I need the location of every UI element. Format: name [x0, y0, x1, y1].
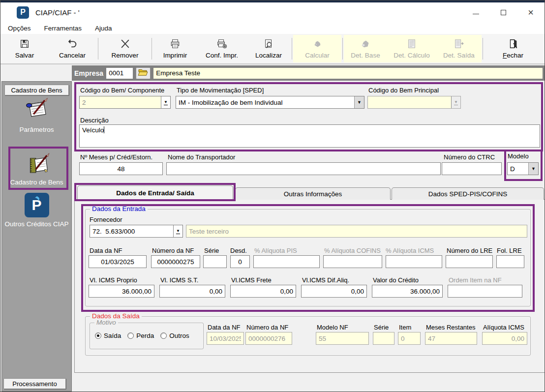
tab-dados-sped-pis-cofins[interactable]: Dados SPED-PIS/COFINS	[392, 187, 544, 200]
sidebar-item-parametros[interactable]	[2, 95, 71, 124]
close-window-button[interactable]: Fechar	[484, 35, 542, 62]
calculate-button: Calcular	[293, 35, 341, 62]
saida-numero-nf-field	[245, 332, 292, 345]
folder-open-icon	[138, 68, 149, 79]
menu-opcoes[interactable]: Opções	[8, 25, 31, 32]
tipo-movimentacao-combo[interactable]: ▼	[176, 96, 364, 109]
toolbar-separator	[292, 38, 292, 60]
chevron-down-icon[interactable]: ▼	[528, 163, 538, 175]
ctrc-input[interactable]	[442, 162, 502, 175]
menubar: Opções Ferramentas Ajuda	[0, 22, 545, 34]
sidebar-label-outros-creditos-ciap[interactable]: Outros Créditos CIAP	[2, 220, 71, 228]
undo-icon	[67, 38, 78, 51]
radio-outros[interactable]: Outros	[160, 332, 189, 339]
ordem-item-nf-input[interactable]	[448, 285, 522, 298]
maximize-button[interactable]	[489, 2, 517, 22]
codigo-bem-input[interactable]	[80, 96, 161, 108]
detail-calculo-icon	[406, 38, 417, 51]
motivo-options: Saída Perda Outros	[95, 332, 189, 339]
company-code-input[interactable]	[106, 67, 133, 79]
locate-button[interactable]: Localizar	[246, 35, 291, 62]
save-button[interactable]: Salvar	[1, 35, 48, 62]
modelo-input[interactable]	[508, 163, 528, 175]
sidebar-header-cadastro-de-bens[interactable]: Cadastro de Bens	[4, 85, 69, 95]
print-button[interactable]: Imprimir	[153, 35, 197, 62]
modelo-combo[interactable]: ▼	[507, 162, 539, 175]
print-config-button[interactable]: Conf. Impr.	[197, 35, 246, 62]
dados-entrada-groupbox: Dados da Entrada Fornecedor ▼ Data da NF…	[85, 209, 531, 306]
toolbar-separator	[342, 38, 343, 60]
saida-item-label: Item	[399, 324, 411, 331]
dados-saida-groupbox: Dados da Saída Motivo Saída Perda Outros…	[85, 316, 531, 356]
notepad-pen-icon	[24, 95, 50, 124]
chevron-down-icon[interactable]: ▼	[354, 96, 364, 108]
valor-credito-label: Valor do Crédito	[373, 276, 419, 284]
toolbar-separator	[151, 38, 152, 60]
valor-credito-input[interactable]	[372, 285, 443, 298]
fornecedor-code-input[interactable]	[90, 225, 173, 237]
fornecedor-label: Fornecedor	[90, 216, 122, 223]
sidebar-item-cadastro-de-bens[interactable]	[2, 151, 71, 179]
modelo-label: Modelo	[508, 152, 529, 160]
descricao-textarea[interactable]: Veículo	[79, 124, 540, 148]
detail-base-icon	[360, 38, 371, 51]
ciap-p-logo-icon: P	[25, 193, 49, 217]
transportador-label: Nome do Transportador	[168, 153, 235, 161]
fornecedor-combo[interactable]: ▼	[90, 225, 183, 238]
ctrc-label: Número do CTRC	[444, 153, 495, 161]
saida-aliquota-icms-field	[482, 332, 527, 345]
radio-perda[interactable]: Perda	[127, 332, 154, 339]
det-saida-button: Det. Saída	[436, 35, 482, 62]
icms-frete-input[interactable]	[230, 285, 296, 298]
aliquota-cofins-input[interactable]	[323, 255, 382, 268]
numero-lre-input[interactable]	[446, 255, 493, 268]
serie-label: Série	[204, 247, 219, 254]
saida-data-nf-field	[207, 332, 244, 345]
cancel-button[interactable]: Cancelar	[48, 35, 97, 62]
fol-lre-input[interactable]	[496, 255, 524, 268]
desd-input[interactable]	[230, 255, 250, 268]
dropdown-arrow-icon[interactable]: ▼	[161, 96, 170, 108]
radio-selected-icon	[95, 332, 101, 339]
sidebar-label-parametros[interactable]: Parâmetros	[2, 126, 71, 133]
search-document-icon	[263, 38, 274, 51]
dropdown-arrow-icon[interactable]: ▼	[173, 225, 182, 237]
menu-ferramentas[interactable]: Ferramentas	[44, 25, 82, 32]
codigo-bem-combo[interactable]: ▼	[79, 96, 171, 109]
dados-entrada-title: Dados da Entrada	[90, 205, 148, 212]
fornecedor-name-field	[186, 225, 527, 238]
open-company-button[interactable]	[136, 67, 151, 79]
saida-modelo-nf-field	[316, 332, 369, 345]
meses-credito-input[interactable]	[79, 162, 163, 175]
tab-dados-entrada-saida[interactable]: Dados de Entrada/ Saída	[77, 185, 233, 200]
tab-outras-informacoes[interactable]: Outras Informações	[235, 187, 391, 200]
icms-proprio-input[interactable]	[89, 285, 154, 298]
sidebar-item-outros-creditos-ciap[interactable]: P	[2, 193, 71, 217]
numero-nf-input[interactable]	[151, 255, 200, 268]
remove-button[interactable]: Remover	[99, 35, 151, 62]
codigo-bem-principal-label: Código do Bem Principal	[368, 87, 439, 94]
sidebar-label-cadastro-de-bens[interactable]: Cadastro de Bens	[2, 179, 71, 186]
close-button[interactable]: ×	[517, 2, 545, 22]
sidebar-footer-processamento[interactable]: Processamento	[3, 378, 66, 389]
transportador-input[interactable]	[166, 162, 441, 175]
tipo-movimentacao-input[interactable]	[176, 96, 354, 108]
aliquota-pis-label: % Alíquota PIS	[254, 247, 297, 254]
tipo-movimentacao-label: Tipo de Movimentação [SPED]	[177, 87, 264, 94]
radio-saida[interactable]: Saída	[95, 332, 121, 339]
numero-nf-label: Número da NF	[152, 247, 194, 254]
data-nf-input[interactable]	[89, 255, 147, 268]
printer-config-icon	[216, 38, 227, 51]
aliquota-pis-input[interactable]	[253, 255, 320, 268]
serie-input[interactable]	[203, 255, 227, 268]
desd-label: Desd.	[230, 247, 247, 254]
descricao-label: Descrição	[80, 117, 109, 124]
icms-dif-aliq-input[interactable]	[301, 285, 367, 298]
fol-lre-label: Fol. LRE	[497, 247, 522, 254]
menu-ajuda[interactable]: Ajuda	[95, 25, 112, 32]
minimize-button[interactable]	[462, 2, 489, 22]
toolbar: Salvar Cancelar Remover Imprimir Conf. I…	[0, 34, 545, 64]
saida-meses-restantes-label: Meses Restantes	[426, 324, 475, 331]
icms-st-input[interactable]	[159, 285, 225, 298]
aliquota-icms-input[interactable]	[386, 255, 442, 268]
